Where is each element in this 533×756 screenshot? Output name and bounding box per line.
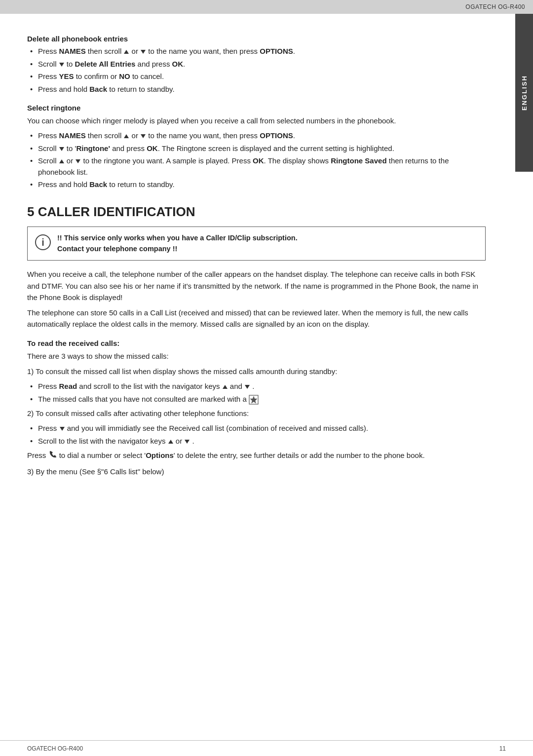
para2-list: Press and you will immidiatly see the Re… bbox=[27, 423, 486, 447]
list-item: Scroll to 'Ringtone' and press OK. The R… bbox=[27, 143, 486, 154]
para1-list: Press Read and scroll to the list with t… bbox=[27, 381, 486, 405]
delete-phonebook-heading: Delete all phonebook entries bbox=[27, 35, 486, 43]
list-item: Press Read and scroll to the list with t… bbox=[27, 381, 486, 392]
info-box-text: !! This service only works when you have… bbox=[57, 233, 298, 255]
para3: Press to dial a number or select 'Option… bbox=[27, 450, 486, 462]
info-symbol-icon: i bbox=[35, 234, 51, 251]
arrow-down-icon bbox=[76, 159, 80, 163]
ringtone-intro: You can choose which ringer melody is pl… bbox=[27, 115, 486, 126]
read-received-intro: There are 3 ways to show the missed call… bbox=[27, 350, 486, 362]
star-icon bbox=[249, 395, 259, 405]
svg-marker-3 bbox=[250, 396, 257, 403]
info-line1: !! This service only works when you have… bbox=[57, 234, 298, 242]
arrow-up-icon bbox=[124, 134, 129, 138]
arrow-down-icon bbox=[185, 440, 190, 444]
arrow-up-icon bbox=[168, 440, 173, 444]
header-brand: OGATECH OG-R400 bbox=[465, 3, 525, 10]
arrow-up-icon bbox=[59, 159, 64, 163]
arrow-down-icon bbox=[59, 63, 64, 67]
footer-page-number: 11 bbox=[499, 745, 506, 752]
para4: 3) By the menu (See §"6 Calls list" belo… bbox=[27, 466, 486, 477]
phone-icon bbox=[48, 450, 57, 462]
list-item: Scroll or to the ringtone you want. A sa… bbox=[27, 155, 486, 178]
intro-para-1: When you receive a call, the telephone n… bbox=[27, 268, 486, 303]
list-item: Press and hold Back to return to standby… bbox=[27, 179, 486, 190]
sidebar-english-label: ENGLISH bbox=[521, 75, 528, 111]
info-box: i !! This service only works when you ha… bbox=[27, 227, 486, 261]
top-header: OGATECH OG-R400 bbox=[0, 0, 533, 14]
para2-heading: 2) To consult missed calls after activat… bbox=[27, 408, 486, 419]
bottom-footer: OGATECH OG-R400 11 bbox=[0, 740, 533, 756]
arrow-up-icon bbox=[223, 385, 228, 389]
page-container: OGATECH OG-R400 ENGLISH Delete all phone… bbox=[0, 0, 533, 756]
para1-heading: 1) To consult the missed call list when … bbox=[27, 366, 486, 377]
delete-phonebook-list: Press NAMES then scroll or to the name y… bbox=[27, 46, 486, 95]
chapter-heading: 5 CALLER IDENTIFICATION bbox=[27, 204, 486, 220]
info-icon: i bbox=[35, 234, 51, 254]
svg-text:i: i bbox=[41, 237, 44, 248]
chapter-number: 5 bbox=[27, 204, 34, 219]
arrow-up-icon bbox=[124, 50, 129, 54]
list-item: Press and you will immidiatly see the Re… bbox=[27, 423, 486, 434]
arrow-down-icon bbox=[245, 385, 250, 389]
list-item: Scroll to Delete All Entries and press O… bbox=[27, 59, 486, 70]
arrow-down-icon bbox=[141, 50, 146, 54]
footer-brand: OGATECH OG-R400 bbox=[27, 745, 83, 752]
list-item: Press and hold Back to return to standby… bbox=[27, 84, 486, 95]
select-ringtone-heading: Select ringtone bbox=[27, 104, 486, 112]
read-received-heading: To read the received calls: bbox=[27, 339, 486, 347]
arrow-down-icon bbox=[60, 427, 65, 431]
list-item: Scroll to the list with the navigator ke… bbox=[27, 436, 486, 447]
sidebar-english-tab: ENGLISH bbox=[515, 14, 533, 172]
main-content: Delete all phonebook entries Press NAMES… bbox=[0, 14, 533, 496]
list-item: Press NAMES then scroll or to the name y… bbox=[27, 130, 486, 142]
list-item: Press NAMES then scroll or to the name y… bbox=[27, 46, 486, 57]
ringtone-list: Press NAMES then scroll or to the name y… bbox=[27, 130, 486, 190]
info-line2: Contact your telephone company !! bbox=[57, 245, 177, 253]
list-item: The missed calls that you have not consu… bbox=[27, 394, 486, 405]
intro-para-2: The telephone can store 50 calls in a Ca… bbox=[27, 307, 486, 330]
list-item: Press YES to confirm or NO to cancel. bbox=[27, 71, 486, 82]
chapter-title: CALLER IDENTIFICATION bbox=[38, 204, 195, 219]
arrow-down-icon bbox=[59, 147, 64, 151]
arrow-down-icon bbox=[141, 134, 146, 138]
